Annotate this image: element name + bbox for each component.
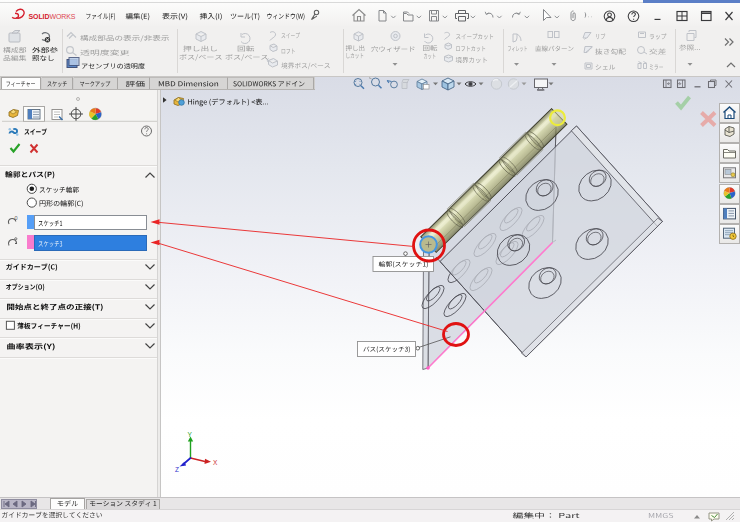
svg-text:SOLIDWORKS: SOLIDWORKS [29, 13, 76, 20]
svg-text:Y: Y [188, 431, 193, 438]
svg-text:X: X [213, 459, 218, 466]
svg-text:Z: Z [175, 466, 179, 473]
svg-text:0: 0 [15, 215, 18, 221]
